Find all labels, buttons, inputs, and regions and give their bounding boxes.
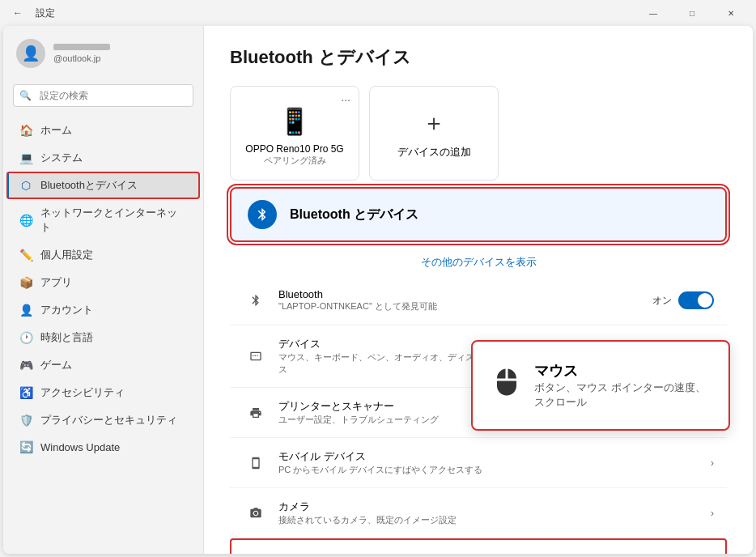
app-title: 設定 [36,6,55,20]
sidebar-item-system[interactable]: 💻 システム [6,144,200,172]
add-icon: ＋ [423,108,445,138]
mouse-row-title: マウス [280,551,709,554]
mobile-chevron-icon: › [711,457,714,469]
bluetooth-banner[interactable]: Bluetooth とデバイス [230,187,727,242]
sidebar-item-apps[interactable]: 📦 アプリ [6,269,200,296]
add-device-label: デバイスの追加 [397,145,471,159]
user-profile[interactable]: 👤 @outlook.jp [3,32,203,81]
close-button[interactable]: ✕ [712,0,750,26]
search-box[interactable]: 🔍 [13,84,193,107]
sidebar-item-home-label: ホーム [40,123,72,138]
sidebar-item-network-label: ネットワークとインターネット [40,206,187,235]
sidebar-item-apps-label: アプリ [40,275,72,290]
printer-row-icon [243,400,269,426]
device-menu-icon[interactable]: ··· [341,93,350,106]
sidebar-item-privacy[interactable]: 🛡️ プライバシーとセキュリティ [6,406,200,434]
sidebar-item-windows-update[interactable]: 🔄 Windows Update [6,434,200,460]
titlebar: ← 設定 — □ ✕ [0,0,756,26]
main-content: Bluetooth とデバイス ··· 📱 OPPO Reno10 Pro 5G… [204,26,753,554]
sidebar-item-bluetooth-label: Bluetoothとデバイス [40,178,138,193]
mouse-row-icon [244,552,270,555]
maximize-button[interactable]: □ [673,0,711,26]
camera-row-desc: 接続されているカメラ、既定のイメージ設定 [278,514,711,526]
show-more-link[interactable]: その他のデバイスを表示 [230,249,727,276]
camera-row-icon [243,500,269,526]
bluetooth-row-icon [243,287,269,313]
sidebar-item-windows-update-label: Windows Update [40,441,120,453]
bluetooth-nav-icon: ⬡ [19,179,32,192]
bluetooth-toggle[interactable] [678,291,714,309]
sidebar-item-accessibility-label: アクセシビリティ [40,385,125,400]
sidebar-item-accounts[interactable]: 👤 アカウント [6,296,200,324]
sidebar-item-privacy-label: プライバシーとセキュリティ [40,413,177,427]
user-email: @outlook.jp [53,53,110,63]
bluetooth-row[interactable]: Bluetooth "LAPTOP-ONTNKEAC" として発見可能 オン [230,276,727,325]
sidebar-item-accounts-label: アカウント [40,303,93,317]
personal-icon: ✏️ [19,249,32,261]
phone-icon: 📱 [278,106,311,137]
mobile-row-desc: PC からモバイル デバイスにすばやくアクセスする [278,464,711,476]
minimize-button[interactable]: — [635,0,672,26]
accessibility-icon: ♿ [19,386,32,399]
mouse-popup-title: マウス [534,361,709,381]
sidebar-item-time-label: 時刻と言語 [40,330,93,345]
sidebar-item-home[interactable]: 🏠 ホーム [6,117,200,144]
back-button[interactable]: ← [6,2,29,24]
sidebar-item-gaming-label: ゲーム [40,358,72,372]
privacy-icon: 🛡️ [19,414,32,427]
devices-row-icon [243,343,269,369]
device-card-oppo[interactable]: ··· 📱 OPPO Reno10 Pro 5G ペアリング済み [230,86,359,181]
camera-row[interactable]: カメラ 接続されているカメラ、既定のイメージ設定 › [230,488,727,538]
sidebar-item-time[interactable]: 🕐 時刻と言語 [6,324,200,351]
camera-row-title: カメラ [278,500,711,514]
network-icon: 🌐 [19,214,32,227]
time-icon: 🕐 [19,331,32,344]
bluetooth-icon [248,200,277,229]
sidebar-item-system-label: システム [40,151,83,165]
accounts-icon: 👤 [19,304,32,317]
toggle-label: オン [652,294,672,308]
windows-update-icon: 🔄 [19,440,32,453]
apps-icon: 📦 [19,276,32,289]
sidebar-item-bluetooth[interactable]: ⬡ Bluetoothとデバイス [6,172,200,199]
mobile-row[interactable]: モバイル デバイス PC からモバイル デバイスにすばやくアクセスする › [230,438,727,488]
mouse-popup-icon [492,368,521,403]
page-title: Bluetooth とデバイス [230,45,727,70]
device-cards: ··· 📱 OPPO Reno10 Pro 5G ペアリング済み ＋ デバイスの… [230,86,727,181]
mouse-row[interactable]: マウス ボタン、マウス ポインターの速度、スクロール › [230,538,727,554]
system-icon: 💻 [19,151,32,164]
sidebar: 👤 @outlook.jp 🔍 🏠 ホーム 💻 システム ⬡ Bluetooth… [3,26,204,554]
user-name-placeholder [53,44,110,50]
avatar: 👤 [16,39,45,68]
sidebar-item-gaming[interactable]: 🎮 ゲーム [6,351,200,379]
device-status: ペアリング済み [264,155,326,167]
mouse-popup: マウス ボタン、マウス ポインターの速度、スクロール [471,340,730,431]
sidebar-item-personal[interactable]: ✏️ 個人用設定 [6,241,200,269]
sidebar-item-network[interactable]: 🌐 ネットワークとインターネット [6,199,200,241]
camera-chevron-icon: › [711,508,714,519]
mouse-popup-desc: ボタン、マウス ポインターの速度、スクロール [534,381,709,410]
mobile-row-title: モバイル デバイス [278,449,711,464]
sidebar-item-accessibility[interactable]: ♿ アクセシビリティ [6,379,200,406]
sidebar-item-personal-label: 個人用設定 [40,248,93,262]
device-name: OPPO Reno10 Pro 5G [245,143,343,155]
bluetooth-row-title: Bluetooth [278,288,652,300]
bluetooth-row-desc: "LAPTOP-ONTNKEAC" として発見可能 [278,300,652,313]
mobile-row-icon [243,450,269,476]
home-icon: 🏠 [19,124,32,137]
gaming-icon: 🎮 [19,359,32,372]
app-window: 👤 @outlook.jp 🔍 🏠 ホーム 💻 システム ⬡ Bluetooth… [3,26,753,554]
bluetooth-banner-label: Bluetooth とデバイス [290,206,418,223]
search-input[interactable] [13,84,193,107]
search-icon: 🔍 [19,90,32,101]
add-device-card[interactable]: ＋ デバイスの追加 [369,86,499,181]
